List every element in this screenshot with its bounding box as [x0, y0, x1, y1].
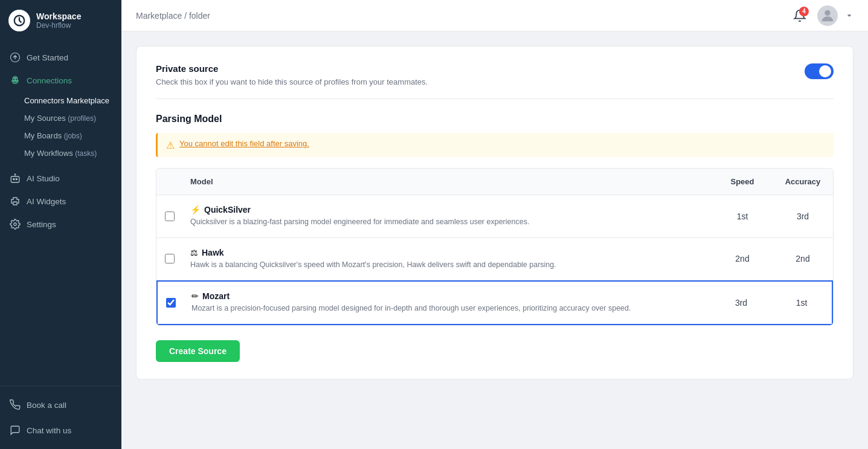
models-table-body: ⚡ QuickSilver Quicksilver is a blazing-f…	[156, 195, 833, 325]
mozart-checkbox[interactable]	[166, 298, 176, 308]
book-a-call-label: Book a call	[27, 401, 66, 410]
form-card: Private source Check this box if you wan…	[136, 46, 854, 380]
sidebar-item-my-workflows[interactable]: My Workflows (tasks)	[0, 144, 121, 162]
models-table-header: Model Speed Accuracy	[156, 169, 833, 195]
chat-with-us-item[interactable]: Chat with us	[0, 418, 121, 443]
mozart-checkbox-cell	[158, 298, 184, 308]
workspace-name: Workspace	[36, 11, 81, 21]
quicksilver-checkbox[interactable]	[165, 212, 175, 221]
column-accuracy: Accuracy	[773, 175, 833, 189]
column-speed: Speed	[712, 175, 773, 189]
sidebar: Workspace Dev-hrflow Get Started Connect…	[0, 0, 121, 449]
sidebar-item-my-boards[interactable]: My Boards (jobs)	[0, 127, 121, 144]
quicksilver-icon: ⚡	[190, 205, 201, 215]
toggle-slider	[805, 63, 834, 79]
hawk-desc: Hawk is a balancing Quicksilver's speed …	[190, 260, 705, 271]
phone-icon	[10, 399, 21, 410]
notifications-button[interactable]: 4	[789, 5, 810, 26]
svg-point-4	[13, 178, 14, 179]
models-table: Model Speed Accuracy ⚡	[156, 168, 834, 326]
sidebar-item-get-started-label: Get Started	[27, 53, 68, 62]
hawk-checkbox[interactable]	[165, 254, 175, 263]
sidebar-nav: Get Started Connections Connectors Marke…	[0, 41, 121, 386]
warning-icon: ⚠	[166, 140, 175, 151]
book-a-call-item[interactable]: Book a call	[0, 392, 121, 418]
mozart-desc: Mozart is a precision-focused parsing mo…	[191, 303, 704, 314]
svg-point-7	[825, 10, 830, 15]
private-source-section: Private source Check this box if you wan…	[156, 63, 834, 99]
sidebar-item-my-sources[interactable]: My Sources (profiles)	[0, 109, 121, 127]
main-content: Marketplace / folder 4	[121, 0, 868, 449]
sidebar-item-ai-widgets-label: AI Widgets	[27, 197, 66, 206]
puzzle-icon	[10, 196, 21, 207]
header-actions: 4	[789, 5, 854, 26]
quicksilver-speed: 1st	[712, 212, 773, 221]
warning-text: You cannot edit this field after saving.	[179, 139, 309, 148]
user-avatar-icon	[819, 7, 836, 24]
hawk-speed: 2nd	[712, 254, 773, 263]
notification-badge: 4	[799, 7, 809, 16]
mozart-icon: ✏	[191, 291, 199, 301]
plug-icon	[10, 75, 21, 86]
sidebar-item-ai-studio-label: AI Studio	[27, 174, 60, 183]
model-row-mozart[interactable]: ✏ Mozart Mozart is a precision-focused p…	[156, 280, 833, 325]
mozart-accuracy: 1st	[771, 298, 832, 308]
model-row-quicksilver[interactable]: ⚡ QuickSilver Quicksilver is a blazing-f…	[156, 195, 833, 238]
svg-point-1	[14, 80, 16, 81]
sidebar-item-settings[interactable]: Settings	[0, 213, 121, 236]
gear-icon	[10, 219, 21, 230]
hawk-checkbox-cell	[156, 254, 183, 263]
svg-rect-3	[11, 176, 19, 183]
rocket-icon	[10, 52, 21, 63]
warning-banner: ⚠ You cannot edit this field after savin…	[156, 133, 834, 157]
model-row-hawk[interactable]: ⚖ Hawk Hawk is a balancing Quicksilver's…	[156, 238, 833, 281]
parsing-model-title: Parsing Model	[156, 114, 834, 124]
quicksilver-name: QuickSilver	[204, 205, 251, 215]
private-source-toggle[interactable]	[805, 63, 834, 79]
sidebar-item-connections-label: Connections	[27, 76, 72, 85]
chat-with-us-label: Chat with us	[27, 426, 71, 435]
sidebar-item-settings-label: Settings	[27, 220, 56, 229]
workspace-sub: Dev-hrflow	[36, 21, 81, 30]
quicksilver-accuracy: 3rd	[773, 212, 833, 221]
mozart-name: Mozart	[202, 291, 230, 301]
user-avatar-button[interactable]	[817, 5, 838, 26]
sidebar-item-get-started[interactable]: Get Started	[0, 46, 121, 69]
hawk-icon: ⚖	[190, 248, 198, 257]
hawk-name: Hawk	[202, 248, 224, 257]
quicksilver-checkbox-cell	[156, 212, 183, 221]
sidebar-footer: Book a call Chat with us	[0, 386, 121, 449]
workspace-logo[interactable]: Workspace Dev-hrflow	[0, 0, 121, 41]
sidebar-item-connections[interactable]: Connections	[0, 69, 121, 92]
private-source-label: Private source	[156, 63, 428, 74]
mozart-speed: 3rd	[711, 298, 771, 308]
page-header: Marketplace / folder 4	[121, 0, 868, 31]
chat-icon	[10, 425, 21, 436]
svg-point-5	[16, 178, 17, 179]
robot-icon	[10, 173, 21, 184]
column-model: Model	[183, 175, 712, 189]
hawk-accuracy: 2nd	[773, 254, 833, 263]
quicksilver-desc: Quicksilver is a blazing-fast parsing mo…	[190, 217, 705, 228]
page-content: Private source Check this box if you wan…	[121, 31, 868, 449]
chevron-down-icon	[845, 11, 854, 20]
sidebar-item-ai-studio[interactable]: AI Studio	[0, 167, 121, 190]
breadcrumb: Marketplace / folder	[136, 11, 210, 21]
private-source-description: Check this box if you want to hide this …	[156, 77, 428, 86]
logo-icon	[8, 10, 30, 31]
create-source-button[interactable]: Create Source	[156, 340, 240, 362]
sidebar-item-ai-widgets[interactable]: AI Widgets	[0, 190, 121, 213]
svg-point-6	[14, 223, 17, 226]
sidebar-item-connectors-marketplace[interactable]: Connectors Marketplace	[0, 92, 121, 109]
